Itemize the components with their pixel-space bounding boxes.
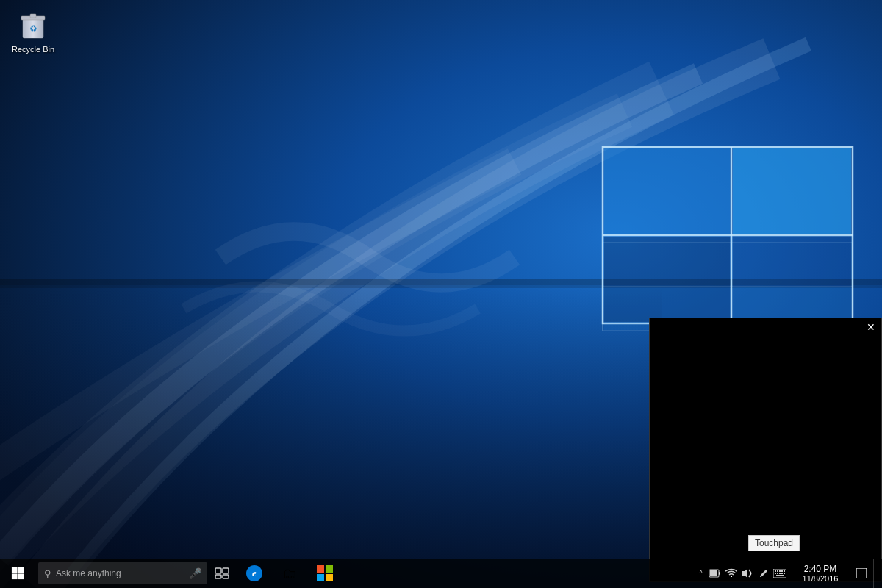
svg-rect-30 [326,565,333,573]
notification-icon [856,568,867,578]
svg-rect-39 [777,570,778,572]
svg-rect-31 [317,574,324,581]
svg-rect-42 [784,570,785,572]
search-icon: ⚲ [44,568,51,579]
taskbar-app-edge[interactable]: e [237,559,272,588]
svg-rect-25 [215,568,221,573]
keyboard-icon[interactable] [772,559,788,588]
svg-rect-28 [223,575,229,578]
network-icon[interactable] [723,559,739,588]
task-view-button[interactable] [207,559,237,588]
svg-rect-27 [215,575,221,578]
start-button[interactable] [0,559,35,588]
svg-rect-7 [604,148,730,234]
store-icon [317,565,333,581]
clock-date: 11/8/2016 [803,574,839,583]
touchpad-tooltip: Touchpad [748,535,800,551]
battery-svg-icon [709,569,721,578]
svg-rect-45 [779,573,781,574]
popup-close-button[interactable]: ✕ [864,320,878,334]
tray-icons [704,559,791,588]
taskbar: ⚲ Ask me anything 🎤 e 🗂 [0,559,882,588]
svg-rect-47 [784,573,785,574]
desktop: ♻ Recycle Bin ✕ Touchpad ⚲ Ask me anythi… [0,0,882,588]
show-desktop-button[interactable] [873,559,879,588]
svg-rect-41 [781,570,783,572]
svg-rect-35 [719,572,720,575]
clock-time: 2:40 PM [804,564,837,574]
pen-icon[interactable] [756,559,772,588]
svg-rect-49 [856,568,867,578]
taskbar-app-explorer[interactable]: 🗂 [272,559,307,588]
edge-icon: e [246,565,262,581]
tray-overflow-button[interactable]: ^ [698,570,704,578]
svg-rect-46 [781,573,783,574]
svg-rect-3 [0,287,662,559]
battery-icon[interactable] [707,559,723,588]
svg-rect-24 [18,573,24,579]
svg-rect-22 [18,567,24,573]
wifi-svg-icon [725,568,737,578]
svg-rect-38 [775,570,776,572]
svg-rect-8 [733,148,851,234]
svg-marker-36 [742,569,747,578]
recycle-bin-icon[interactable]: ♻ Recycle Bin [7,6,59,57]
task-view-icon [215,567,229,579]
volume-svg-icon [742,568,753,578]
microphone-icon[interactable]: 🎤 [189,567,201,579]
svg-rect-21 [12,567,18,573]
svg-rect-40 [779,570,781,572]
search-placeholder: Ask me anything [56,568,189,578]
pen-svg-icon [759,568,769,578]
system-tray: ^ [695,559,882,588]
recycle-bin-image: ♻ [18,9,48,41]
keyboard-svg-icon [773,569,786,578]
clock[interactable]: 2:40 PM 11/8/2016 [791,559,850,588]
svg-text:♻: ♻ [29,24,37,34]
svg-rect-19 [30,14,36,18]
svg-rect-34 [710,570,717,576]
svg-rect-29 [317,565,324,573]
notification-button[interactable] [850,559,873,588]
search-bar[interactable]: ⚲ Ask me anything 🎤 [38,562,207,584]
svg-rect-26 [223,568,229,573]
svg-rect-32 [326,574,333,581]
svg-rect-48 [776,575,784,576]
svg-rect-23 [12,573,18,579]
volume-icon[interactable] [739,559,756,588]
svg-rect-44 [777,573,778,574]
folder-icon: 🗂 [282,565,297,582]
recycle-bin-label: Recycle Bin [12,44,54,54]
svg-rect-43 [775,573,776,574]
taskbar-apps: e 🗂 [237,559,695,588]
windows-logo-icon [11,567,24,580]
taskbar-app-store[interactable] [307,559,343,588]
